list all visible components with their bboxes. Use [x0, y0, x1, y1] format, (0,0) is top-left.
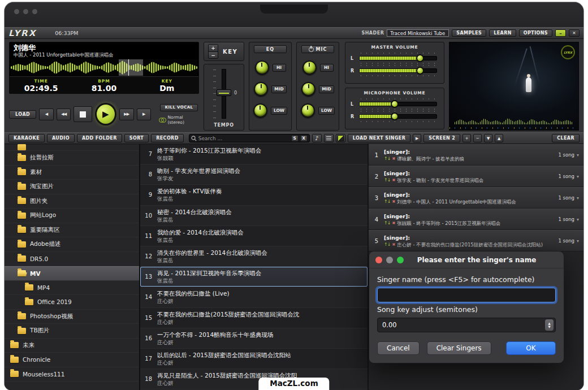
- singer-name-input[interactable]: [377, 288, 556, 302]
- sidebar-item-mouseless111[interactable]: Mouseless111: [5, 367, 139, 382]
- learn-button[interactable]: LEARN: [489, 29, 516, 37]
- song-row[interactable]: 11 我给的爱 - 2014台北破浪演唱会 张震岳: [140, 226, 368, 246]
- minimize-button[interactable]: –: [555, 29, 566, 37]
- shader-dropdown[interactable]: Traced Minkowski Tube: [387, 29, 449, 37]
- display-mode-button[interactable]: [336, 134, 345, 142]
- key-adjust-stepper[interactable]: ▲ ▼: [545, 319, 554, 331]
- song-row[interactable]: 16 一万个舍不得 - 2014酷狗音乐十年盛典现场 庄心妍: [140, 328, 368, 349]
- rewind-button[interactable]: ◀◀: [57, 109, 71, 120]
- slider-thumb[interactable]: [391, 112, 399, 120]
- sidebar-item-photoshop[interactable]: Photoshop视频: [5, 310, 139, 324]
- song-row[interactable]: 15 不要在我的伤口撒盐(2015甜妍蜜语全国巡回演唱会沈 庄心妍: [140, 308, 368, 328]
- sidebar-item-office2019[interactable]: Office 2019: [5, 295, 139, 310]
- caret-down-icon[interactable]: ▾: [577, 239, 579, 244]
- next-track-button[interactable]: ▶: [137, 109, 152, 120]
- load-button[interactable]: LOAD: [9, 110, 36, 119]
- search-scope-button[interactable]: S: [291, 135, 299, 142]
- queue-remove-icon[interactable]: ✖: [392, 177, 395, 184]
- song-row[interactable]: 17 以后的以后 - 2015甜妍蜜语全国巡回演唱会沈阳站 庄心妍: [140, 349, 368, 369]
- window-minimize-dot-icon[interactable]: [23, 9, 28, 14]
- slider-thumb[interactable]: [391, 100, 399, 108]
- mic-header-button[interactable]: MIC: [301, 45, 334, 53]
- sort-button[interactable]: SORT: [124, 134, 149, 142]
- queue-remove-icon[interactable]: ✖: [392, 155, 395, 162]
- zoom-in-button[interactable]: +: [462, 134, 471, 142]
- add-folder-button[interactable]: ADD FOLDER: [77, 134, 122, 142]
- queue-row[interactable]: 5 [singer]: ↑↓ ✖ 庄心妍 - 不要在我的伤口撒盐(2015甜妍蜜…: [369, 230, 583, 252]
- queue-row[interactable]: 4 [singer]: ↑↓ ✖ 张靓颖 - 终于等到你 - 2015江苏卫视新…: [369, 209, 583, 230]
- sidebar-item-chronicle[interactable]: Chronicle: [5, 353, 139, 367]
- dialog-zoom-icon[interactable]: [397, 257, 404, 263]
- tempo-slider-thumb[interactable]: [217, 89, 231, 96]
- sidebar-item-taobao[interactable]: 淘宝图片: [5, 180, 139, 194]
- caret-down-icon[interactable]: ▾: [577, 217, 579, 222]
- slider-thumb[interactable]: [416, 67, 424, 75]
- queue-row[interactable]: 1 [singer]: ↑↓ ✖ 谭咏麟、顾诗宁 - 披着羊皮的狼 1 song…: [369, 144, 583, 166]
- song-row-selected[interactable]: 13 再见 - 2011深圳卫视跨年音乐季演唱会 张震岳: [140, 267, 368, 287]
- sidebar-item-lapulasi[interactable]: 拉普拉斯: [5, 151, 139, 166]
- stop-button[interactable]: [74, 106, 92, 122]
- play-next-button[interactable]: ▶: [413, 134, 421, 142]
- master-left-slider[interactable]: [359, 54, 437, 62]
- sidebar-item-mp4[interactable]: MP4: [5, 281, 139, 296]
- music-note-button[interactable]: ♪: [312, 134, 322, 142]
- song-row[interactable]: 9 爱的初体验 - KTV版伴奏 张震岳: [140, 185, 368, 205]
- caret-down-icon[interactable]: ▾: [577, 153, 579, 158]
- sidebar-item-adobe[interactable]: Adobe描述: [5, 237, 139, 252]
- key-adjust-input[interactable]: [382, 321, 545, 329]
- waveform[interactable]: [11, 59, 197, 76]
- song-row[interactable]: 8 吻别 - 学友光年世界巡回演唱会 张学友: [140, 164, 368, 185]
- slider-thumb[interactable]: [416, 54, 424, 62]
- search-input[interactable]: [198, 136, 289, 141]
- song-row[interactable]: 18 再见只是陌生人 - 2015甜妍蜜语全国巡回演唱会沈阳 庄心妍: [140, 369, 368, 389]
- previous-track-button[interactable]: ◀: [39, 109, 54, 120]
- caret-down-icon[interactable]: ▾: [577, 196, 579, 201]
- dialog-close-icon[interactable]: [375, 257, 382, 263]
- sidebar-item-important[interactable]: 重要隔离区: [5, 223, 139, 238]
- queue-reorder-icons[interactable]: ↑↓: [384, 155, 390, 162]
- karaoke-button[interactable]: KARAOKE: [8, 134, 45, 142]
- mic-hi-knob[interactable]: [302, 60, 317, 75]
- playlist-button[interactable]: [324, 134, 334, 142]
- search-clear-button[interactable]: X: [300, 135, 308, 142]
- screen-2-button[interactable]: SCREEN 2: [423, 134, 460, 142]
- queue-remove-icon[interactable]: ✖: [392, 220, 395, 227]
- song-row[interactable]: 12 消失在你的世界里 - 2014台北破浪演唱会 张震岳: [140, 246, 368, 267]
- queue-reorder-icons[interactable]: ↑↓: [384, 220, 390, 227]
- load-next-singer-button[interactable]: LOAD NEXT SINGER: [348, 134, 411, 142]
- window-close-dot-icon[interactable]: [14, 9, 19, 14]
- mic-low-knob[interactable]: [301, 103, 315, 118]
- options-button[interactable]: OPTIONS: [519, 29, 552, 37]
- samples-button[interactable]: SAMPLES: [452, 29, 486, 37]
- eq-header-button[interactable]: EQ: [254, 45, 287, 53]
- sidebar-item-tupianjia[interactable]: 图片夹: [5, 194, 139, 209]
- clear-singers-button[interactable]: Clear Singers: [427, 341, 491, 355]
- master-right-slider[interactable]: [359, 67, 437, 75]
- sidebar-item[interactable]: [5, 144, 139, 151]
- queue-reorder-icons[interactable]: ↑↓: [384, 177, 390, 184]
- move-up-button[interactable]: ▲: [495, 134, 503, 142]
- fast-forward-button[interactable]: ▶▶: [119, 109, 134, 120]
- eq-mid-knob[interactable]: [254, 82, 268, 96]
- move-down-button[interactable]: ▼: [484, 134, 492, 142]
- queue-reorder-icons[interactable]: ↑↓: [384, 241, 390, 248]
- mic-right-slider[interactable]: [359, 112, 437, 120]
- dialog-minimize-icon[interactable]: [386, 257, 393, 263]
- sidebar-item-dr50[interactable]: DR5.0: [5, 252, 139, 267]
- song-row[interactable]: 7 终于等到你 - 2015江苏卫视新年演唱会 张靓颖: [140, 144, 368, 164]
- queue-row[interactable]: 2 [singer]: ↑↓ ✖ 张学友 - 吻别 - 学友光年世界巡回演唱会 …: [369, 166, 583, 187]
- song-row[interactable]: 10 秘密 - 2014台北破浪演唱会 张震岳: [140, 206, 368, 226]
- eq-hi-knob[interactable]: [255, 60, 269, 75]
- window-zoom-dot-icon[interactable]: [32, 9, 37, 14]
- queue-remove-icon[interactable]: ✖: [392, 241, 395, 248]
- eq-low-knob[interactable]: [253, 103, 267, 118]
- key-up-button[interactable]: +: [209, 45, 218, 51]
- key-down-button[interactable]: −: [209, 51, 218, 58]
- sidebar-item-mv[interactable]: MV: [5, 266, 139, 281]
- queue-reorder-icons[interactable]: ↑↓: [384, 198, 390, 205]
- sidebar-item-weilai[interactable]: 未来: [5, 339, 139, 353]
- song-row[interactable]: 14 不要在我的伤口撒盐 (Live) 庄心妍: [140, 287, 368, 307]
- sidebar-item-website-logo[interactable]: 网站Logo: [5, 209, 139, 223]
- clear-button[interactable]: CLEAR: [552, 134, 580, 142]
- close-button[interactable]: ✕: [569, 29, 580, 37]
